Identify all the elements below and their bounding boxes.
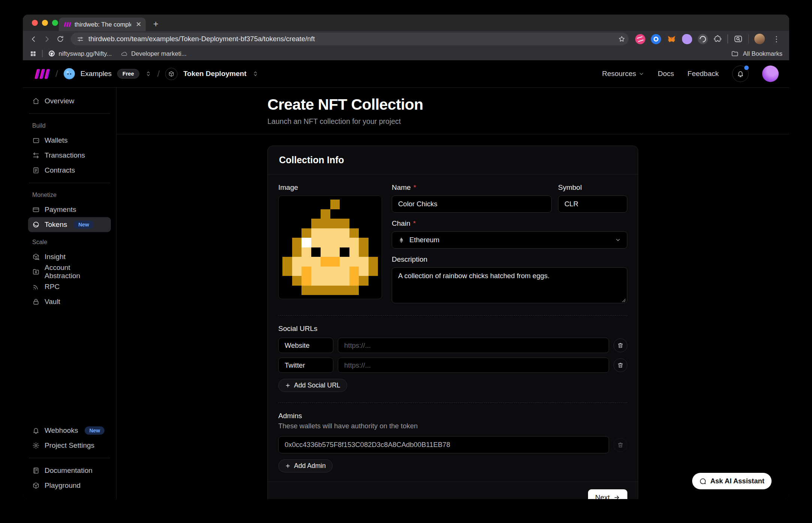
tab-close-icon[interactable]: ✕ xyxy=(134,20,143,28)
github-icon xyxy=(48,50,55,57)
section-divider xyxy=(278,402,627,403)
next-button[interactable]: Next xyxy=(588,489,627,499)
extension-icon-2[interactable] xyxy=(651,34,661,44)
sidebar-item-insight[interactable]: Insight xyxy=(28,249,111,264)
social-url-input[interactable] xyxy=(338,358,609,373)
minimize-window-button[interactable] xyxy=(42,20,48,26)
sidebar-item-wallets[interactable]: Wallets xyxy=(28,133,111,148)
browser-tab[interactable]: thirdweb: The complete web3 ✕ xyxy=(59,18,146,31)
trash-icon xyxy=(617,362,624,368)
browser-profile-avatar[interactable] xyxy=(754,34,765,44)
folder-icon xyxy=(731,50,739,57)
extension-icon-4[interactable] xyxy=(698,34,708,44)
ask-ai-assistant-button[interactable]: Ask AI Assistant xyxy=(692,473,772,489)
tab-search-icon[interactable] xyxy=(734,34,743,43)
close-window-button[interactable] xyxy=(32,20,38,26)
all-bookmarks[interactable]: All Bookmarks xyxy=(731,50,782,57)
sidebar-section-scale: Scale xyxy=(32,239,107,246)
breadcrumb-team[interactable]: Examples xyxy=(81,70,112,78)
delete-social-url-button[interactable] xyxy=(613,358,627,372)
collection-image-upload[interactable] xyxy=(278,195,382,299)
card-title: Collection Info xyxy=(268,146,638,174)
sidebar-item-account-abstraction[interactable]: Account Abstraction xyxy=(28,264,111,279)
add-social-url-button[interactable]: Add Social URL xyxy=(278,379,347,392)
social-urls-label: Social URLs xyxy=(278,325,627,333)
breadcrumb-separator: / xyxy=(157,69,160,79)
resources-menu[interactable]: Resources xyxy=(602,70,644,78)
book-icon xyxy=(32,467,40,474)
add-admin-button[interactable]: Add Admin xyxy=(278,459,333,472)
page-title: Create NFT Collection xyxy=(267,96,638,113)
coin-icon xyxy=(32,221,40,228)
thirdweb-logo[interactable] xyxy=(33,69,50,79)
header-nav: Resources Docs Feedback xyxy=(602,66,779,82)
description-label: Description xyxy=(392,255,427,264)
bookmark-star-icon[interactable] xyxy=(618,35,625,43)
sidebar-item-vault[interactable]: Vault xyxy=(28,294,111,309)
forward-button[interactable] xyxy=(40,32,54,46)
main-area: Create NFT Collection Launch an NFT coll… xyxy=(116,88,789,499)
address-bar[interactable]: thirdweb.com/team/examples/Token-Deploym… xyxy=(71,33,628,45)
fullscreen-window-button[interactable] xyxy=(52,20,58,26)
bookmark-item[interactable]: niftyswap.gg/Nifty... xyxy=(48,50,112,57)
team-switcher-icon[interactable] xyxy=(145,70,152,77)
site-settings-icon[interactable] xyxy=(77,36,84,43)
docs-link[interactable]: Docs xyxy=(658,70,674,78)
social-type-input[interactable] xyxy=(278,338,333,353)
sidebar-divider xyxy=(29,113,110,114)
reload-button[interactable] xyxy=(54,32,67,46)
collection-image-pixels xyxy=(282,200,378,295)
new-tab-button[interactable]: + xyxy=(150,18,161,30)
wallet-icon xyxy=(32,137,40,144)
all-bookmarks-label: All Bookmarks xyxy=(743,50,782,57)
name-input[interactable] xyxy=(392,195,552,213)
delete-social-url-button[interactable] xyxy=(613,338,627,352)
section-divider xyxy=(278,315,627,316)
gear-icon xyxy=(32,442,40,449)
social-url-input[interactable] xyxy=(338,338,609,353)
apps-grid-icon[interactable] xyxy=(30,50,37,57)
user-avatar[interactable] xyxy=(762,66,779,82)
project-switcher-icon[interactable] xyxy=(252,70,259,77)
chain-value: Ethereum xyxy=(409,236,439,244)
social-type-input[interactable] xyxy=(278,358,333,373)
notifications-button[interactable] xyxy=(732,66,749,82)
sidebar-item-overview[interactable]: Overview xyxy=(28,94,111,109)
sidebar-item-payments[interactable]: Payments xyxy=(28,202,111,217)
back-button[interactable] xyxy=(27,32,40,46)
delete-admin-button[interactable] xyxy=(613,438,627,452)
symbol-input[interactable] xyxy=(558,195,627,213)
document-icon xyxy=(32,167,40,174)
sidebar-item-webhooks[interactable]: Webhooks New xyxy=(28,423,111,438)
collection-info-card: Collection Info Image xyxy=(267,146,638,499)
extension-icon-1[interactable] xyxy=(635,34,645,44)
extension-icon-3[interactable] xyxy=(682,34,692,44)
admins-subtitle: These wallets will have authority on the… xyxy=(278,422,627,430)
bookmarks-separator xyxy=(42,50,43,57)
browser-menu-icon[interactable]: ⋮ xyxy=(770,34,782,43)
new-badge: New xyxy=(74,221,94,229)
sidebar-item-documentation[interactable]: Documentation xyxy=(28,463,111,478)
bookmark-item[interactable]: Developer marketi... xyxy=(121,50,187,57)
description-textarea[interactable]: A collection of rainbow chicks hatched f… xyxy=(392,267,627,303)
sidebar-item-playground[interactable]: Playground xyxy=(28,478,111,493)
sidebar-divider xyxy=(29,458,110,458)
metamask-extension-icon[interactable] xyxy=(667,34,676,44)
chain-select[interactable]: Ethereum xyxy=(392,231,627,249)
sidebar-item-rpc[interactable]: RPC xyxy=(28,279,111,294)
team-avatar xyxy=(64,68,75,79)
arrows-swap-icon xyxy=(32,152,40,159)
feedback-link[interactable]: Feedback xyxy=(688,70,719,78)
sidebar-item-tokens[interactable]: Tokens New xyxy=(28,217,111,232)
ethereum-icon xyxy=(398,237,405,243)
sidebar-item-contracts[interactable]: Contracts xyxy=(28,163,111,178)
plus-icon xyxy=(285,463,291,469)
name-label: Name xyxy=(392,183,411,192)
sidebar-item-project-settings[interactable]: Project Settings xyxy=(28,438,111,453)
breadcrumb-separator: / xyxy=(55,69,58,79)
breadcrumb-project[interactable]: Token Deployment xyxy=(183,70,246,78)
sidebar-item-transactions[interactable]: Transactions xyxy=(28,148,111,163)
admin-address-input[interactable] xyxy=(278,436,609,453)
extensions-puzzle-icon[interactable] xyxy=(713,35,722,43)
symbol-label: Symbol xyxy=(558,183,582,192)
